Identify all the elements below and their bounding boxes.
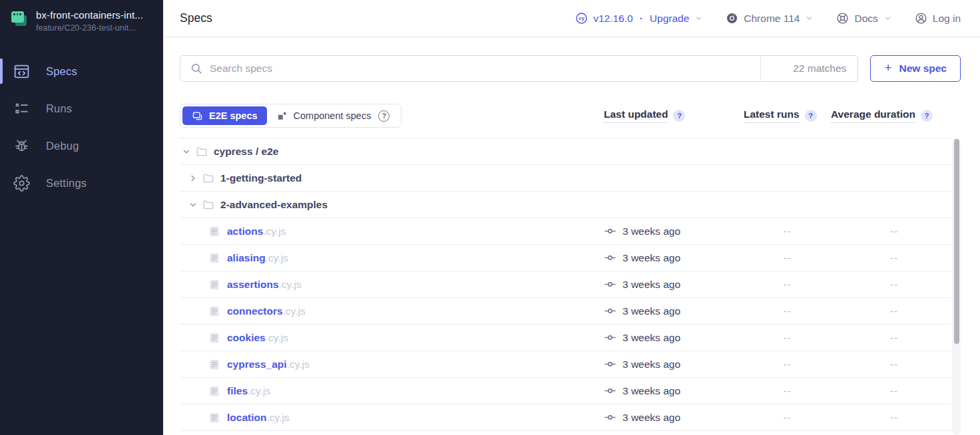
upgrade-link[interactable]: Upgrade [650, 13, 689, 25]
sidebar-item-label: Specs [46, 65, 77, 78]
last-updated-text: 3 weeks ago [622, 359, 680, 370]
sidebar-item-specs[interactable]: Specs [0, 53, 163, 90]
last-updated-cell: 3 weeks ago [604, 358, 744, 370]
help-icon[interactable]: ? [805, 110, 817, 122]
gear-icon [13, 175, 30, 192]
spec-file-icon [208, 252, 220, 264]
spec-link[interactable]: cypress_api.cy.js [227, 359, 310, 370]
last-updated-text: 3 weeks ago [622, 332, 680, 344]
sidebar-item-debug[interactable]: Debug [0, 127, 163, 164]
average-duration-cell: -- [831, 252, 957, 263]
page-title: Specs [180, 11, 212, 25]
search-input[interactable] [202, 63, 760, 74]
spec-file-icon [208, 385, 220, 397]
last-updated-text: 3 weeks ago [622, 279, 680, 291]
project-icon [11, 11, 28, 28]
latest-runs-cell: -- [744, 225, 831, 237]
latest-runs-cell: -- [744, 359, 831, 370]
tab-e2e-specs[interactable]: E2E specs [182, 106, 267, 125]
last-updated-text: 3 weeks ago [622, 385, 680, 397]
spec-link[interactable]: aliasing.cy.js [227, 252, 288, 264]
latest-runs-cell: -- [744, 385, 831, 396]
chevron-right-icon[interactable] [188, 174, 198, 183]
last-updated-text: 3 weeks ago [622, 305, 680, 317]
folder-icon [202, 199, 214, 211]
e2e-specs-icon [192, 110, 203, 122]
spec-row[interactable]: cookies.cy.js 3 weeks ago -- -- [180, 325, 951, 351]
sidebar-item-label: Debug [46, 140, 79, 152]
spec-link[interactable]: assertions.cy.js [227, 279, 302, 291]
last-updated-cell: 3 weeks ago [604, 251, 744, 264]
help-icon[interactable]: ? [921, 110, 933, 122]
main-area: Specs cy v12.16.0 · Upgrade Chro [163, 0, 980, 435]
chevron-down-icon[interactable] [182, 147, 191, 156]
sidebar-item-label: Runs [46, 102, 72, 115]
help-icon[interactable]: ? [378, 110, 389, 122]
folder-row[interactable]: 1-getting-started [180, 165, 951, 192]
last-updated-text: 3 weeks ago [622, 412, 680, 424]
chrome-icon [726, 12, 738, 25]
sidebar-item-label: Settings [46, 177, 87, 190]
latest-runs-cell: -- [744, 412, 831, 423]
version-upgrade-menu[interactable]: cy v12.16.0 · Upgrade [575, 12, 703, 25]
plus-icon: + [884, 61, 891, 75]
docs-menu[interactable]: Docs [836, 12, 891, 25]
spec-row[interactable]: actions.cy.js 3 weeks ago -- -- [180, 218, 951, 245]
spec-row[interactable]: assertions.cy.js 3 weeks ago -- -- [180, 271, 951, 298]
browser-selector[interactable]: Chrome 114 [726, 12, 814, 25]
folder-name: cypress / e2e [214, 146, 278, 158]
spec-row[interactable]: cypress_api.cy.js 3 weeks ago -- -- [180, 351, 951, 378]
svg-text:cy: cy [579, 15, 585, 21]
specs-table-body: cypress / e2e 1-getting-started 2-advanc… [180, 138, 951, 435]
chevron-down-icon [694, 14, 703, 23]
column-average-duration: Average duration ? [831, 108, 957, 123]
git-commit-icon [604, 278, 616, 291]
project-switcher[interactable]: bx-front-containers-int... feature/C20-2… [0, 0, 163, 39]
sidebar-item-runs[interactable]: Runs [0, 90, 163, 127]
spec-row[interactable]: aliasing.cy.js 3 weeks ago -- -- [180, 245, 951, 271]
docs-icon [836, 12, 849, 25]
spec-link[interactable]: cookies.cy.js [227, 332, 288, 344]
spec-link[interactable]: files.cy.js [227, 385, 270, 397]
sidebar: bx-front-containers-int... feature/C20-2… [0, 0, 163, 435]
scrollbar-thumb[interactable] [954, 139, 959, 344]
spec-row[interactable]: location.cy.js 3 weeks ago -- -- [180, 404, 951, 431]
sidebar-item-settings[interactable]: Settings [0, 164, 163, 202]
tab-label: Component specs [294, 110, 371, 121]
average-duration-cell: -- [831, 359, 957, 370]
match-count: 22 matches [760, 57, 848, 80]
latest-runs-cell: -- [744, 279, 831, 290]
column-latest-runs: Latest runs ? [744, 108, 831, 123]
browser-label: Chrome 114 [744, 13, 800, 25]
folder-row[interactable]: cypress / e2e [180, 138, 951, 165]
sidebar-nav: Specs Runs Debug Settings [0, 53, 163, 202]
last-updated-cell: 3 weeks ago [604, 225, 744, 237]
spec-file-icon [208, 332, 220, 344]
spec-file-icon [208, 305, 220, 317]
average-duration-cell: -- [831, 305, 957, 317]
spec-row[interactable]: connectors.cy.js 3 weeks ago -- -- [180, 298, 951, 325]
last-updated-cell: 3 weeks ago [604, 384, 744, 397]
help-icon[interactable]: ? [673, 110, 685, 122]
search-box[interactable]: 22 matches [180, 55, 858, 82]
latest-runs-cell: -- [744, 305, 831, 317]
search-row: 22 matches + New spec [180, 55, 961, 82]
new-spec-button[interactable]: + New spec [870, 55, 961, 82]
scrollbar-track[interactable] [952, 138, 961, 435]
spec-link[interactable]: location.cy.js [227, 412, 290, 424]
average-duration-cell: -- [831, 332, 957, 343]
folder-name: 1-getting-started [220, 172, 302, 184]
login-button[interactable]: Log in [915, 12, 961, 25]
chevron-down-icon[interactable] [188, 200, 198, 210]
last-updated-cell: 3 weeks ago [604, 278, 744, 291]
git-commit-icon [604, 251, 616, 264]
spec-link[interactable]: connectors.cy.js [227, 305, 306, 317]
tab-component-specs[interactable]: Component specs ? [267, 106, 399, 125]
spec-link[interactable]: actions.cy.js [227, 225, 286, 237]
last-updated-text: 3 weeks ago [622, 225, 680, 237]
user-icon [915, 12, 927, 25]
git-commit-icon [604, 411, 616, 424]
folder-row[interactable]: 2-advanced-examples [180, 192, 951, 218]
spec-row[interactable]: files.cy.js 3 weeks ago -- -- [180, 378, 951, 404]
latest-runs-cell: -- [744, 332, 831, 343]
